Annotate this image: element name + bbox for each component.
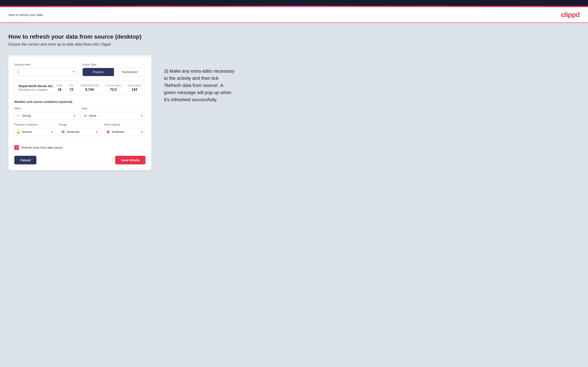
yards-stat: Yards/White (M)) 6,744 — [80, 84, 99, 92]
top-form-row: Starting Hole 1 10 ▼ Game Type Practi — [14, 63, 146, 76]
rain-group: Rain 🌧 None Light Heavy ▼ — [82, 107, 146, 120]
fairway-select-wrapper: ⛳ Normal Firm Soft ▼ — [14, 128, 56, 136]
save-button[interactable]: Save Details — [115, 156, 146, 164]
slope-rating-stat: Slope rating 134 — [128, 84, 141, 92]
logo: clippd — [561, 11, 579, 19]
form-divider — [14, 141, 146, 141]
rough-label: Rough — [59, 123, 101, 126]
fairway-group: Fairway Conditions ⛳ Normal Firm Soft ▼ — [14, 123, 56, 136]
side-text-block: 3) Make any extra edits necessary to the… — [164, 55, 235, 103]
page-subtitle: Ensure the correct and most up to date d… — [9, 42, 579, 47]
wind-label: Wind — [14, 107, 78, 110]
header-title: How to refresh your data — [9, 13, 43, 17]
yards-label: Yards/White (M)) — [80, 84, 99, 87]
form-card: Starting Hole 1 10 ▼ Game Type Practi — [9, 55, 151, 170]
course-stats: Holes 18 Par 72 Yards/White (M)) 6,744 — [56, 84, 141, 92]
course-rating-stat: Course rating 72.5 — [106, 84, 121, 92]
rain-select-wrapper: 🌧 None Light Heavy ▼ — [82, 112, 146, 120]
rough-select-wrapper: 🌿 Moderate Light Heavy ▼ — [59, 128, 101, 136]
form-body: Starting Hole 1 10 ▼ Game Type Practi — [9, 57, 151, 170]
green-speed-group: Green Speed 🎯 Moderate Slow Fast ▼ — [104, 123, 146, 136]
course-rating-label: Course rating — [106, 84, 121, 87]
wind-select-wrapper: 🌬 Strong Light None ▼ — [14, 112, 78, 120]
tournament-button[interactable]: Tournament — [114, 68, 145, 76]
practice-button[interactable]: Practice — [83, 68, 114, 76]
side-text-content: 3) Make any extra edits necessary to the… — [164, 68, 235, 103]
starting-hole-select-wrapper: 1 10 ▼ — [14, 68, 77, 76]
par-label: Par — [69, 84, 73, 87]
form-actions: Cancel Save Details — [14, 156, 146, 164]
starting-hole-group: Starting Hole 1 10 ▼ — [14, 63, 77, 76]
game-type-buttons: Practice Tournament — [82, 68, 146, 76]
fairway-label: Fairway Conditions — [14, 123, 56, 126]
conditions-grid-2: Fairway Conditions ⛳ Normal Firm Soft ▼ — [14, 123, 146, 136]
refresh-checkbox[interactable] — [14, 145, 19, 150]
rain-select[interactable]: None Light Heavy — [82, 112, 146, 120]
slope-rating-value: 134 — [128, 88, 141, 92]
holes-value: 18 — [56, 88, 63, 92]
page-title: How to refresh your data from source (de… — [9, 33, 579, 40]
starting-hole-select[interactable]: 1 10 — [14, 68, 77, 76]
yards-value: 6,744 — [80, 88, 99, 92]
wind-select[interactable]: Strong Light None — [14, 112, 78, 120]
rough-group: Rough 🌿 Moderate Light Heavy ▼ — [59, 123, 101, 136]
par-value: 72 — [69, 88, 73, 92]
rain-label: Rain — [82, 107, 146, 110]
content-row: Starting Hole 1 10 ▼ Game Type Practi — [9, 55, 579, 170]
conditions-section-title: Weather and course conditions (optional) — [14, 100, 146, 103]
main-content: How to refresh your data from source (de… — [0, 23, 588, 367]
green-speed-select-wrapper: 🎯 Moderate Slow Fast ▼ — [104, 128, 146, 136]
course-details: Royal North Devon GC, Westward Ho!, Engl… — [19, 84, 54, 91]
cancel-button[interactable]: Cancel — [14, 156, 36, 164]
header: How to refresh your data clippd — [0, 7, 588, 23]
course-name: Royal North Devon GC, — [19, 84, 54, 88]
holes-stat: Holes 18 — [56, 84, 63, 92]
refresh-checkbox-row: Refresh shots from data source — [14, 145, 146, 150]
fairway-select[interactable]: Normal Firm Soft — [14, 128, 56, 136]
game-type-label: Game Type — [82, 63, 146, 66]
slope-rating-label: Slope rating — [128, 84, 141, 87]
wind-group: Wind 🌬 Strong Light None ▼ — [14, 107, 78, 120]
course-rating-value: 72.5 — [106, 88, 121, 92]
holes-label: Holes — [56, 84, 63, 87]
course-location: Westward Ho!, England — [19, 88, 54, 91]
top-bar — [0, 0, 588, 6]
checkmark-icon — [15, 146, 18, 149]
par-stat: Par 72 — [69, 84, 73, 92]
form-card-top — [9, 55, 151, 57]
rough-select[interactable]: Moderate Light Heavy — [59, 128, 101, 136]
game-type-group: Game Type Practice Tournament — [82, 63, 146, 76]
green-speed-select[interactable]: Moderate Slow Fast — [104, 128, 146, 136]
conditions-grid-1: Wind 🌬 Strong Light None ▼ Rain — [14, 107, 146, 120]
green-speed-label: Green Speed — [104, 123, 146, 126]
refresh-label: Refresh shots from data source — [21, 146, 62, 149]
starting-hole-label: Starting Hole — [14, 63, 77, 66]
course-info-row: Royal North Devon GC, Westward Ho!, Engl… — [14, 80, 146, 95]
